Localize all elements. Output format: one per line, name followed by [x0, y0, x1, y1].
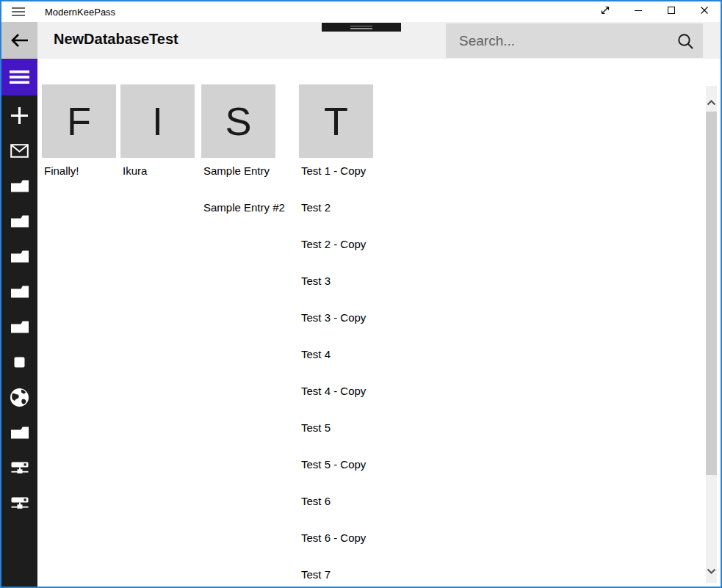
group-tile-I[interactable]: I	[120, 84, 195, 158]
entry-item[interactable]: Sample Entry #2	[203, 201, 285, 214]
maximize-button[interactable]	[654, 1, 687, 22]
sidebar-item-10-server[interactable]	[1, 450, 37, 485]
entry-item[interactable]: Test 2 - Copy	[301, 238, 366, 251]
close-icon	[698, 4, 710, 19]
folder-icon	[10, 285, 29, 298]
folder-icon	[10, 250, 29, 263]
titlebar: ModernKeePass	[1, 1, 721, 22]
window-controls	[588, 1, 721, 22]
server-icon	[11, 497, 29, 509]
minimize-button[interactable]	[621, 1, 654, 22]
entry-item[interactable]: Test 5 - Copy	[301, 458, 366, 471]
sidebar-item-8-globe[interactable]	[1, 380, 37, 415]
diagonal-arrows-icon	[599, 4, 611, 19]
sidebar-item-7-square-tile[interactable]	[1, 344, 37, 380]
scroll-up-button[interactable]	[706, 96, 717, 108]
search-box	[446, 23, 703, 58]
entry-item[interactable]: Test 4 - Copy	[301, 385, 366, 398]
group-letter: S	[225, 101, 251, 141]
entry-item[interactable]: Test 7	[301, 568, 331, 581]
group-letter: I	[152, 101, 163, 141]
minimize-icon	[632, 4, 644, 19]
app-title: ModernKeePass	[45, 7, 115, 18]
entries-panel: FFinally!IIkuraSSample EntrySample Entry…	[37, 59, 721, 587]
entry-item[interactable]: Test 4	[301, 348, 331, 361]
hamburger-icon[interactable]	[11, 7, 26, 17]
scroll-down-button[interactable]	[706, 565, 717, 577]
sidebar-item-6-folder[interactable]	[1, 309, 37, 344]
entry-item[interactable]: Test 3	[301, 275, 331, 288]
sidebar	[1, 59, 37, 587]
sidebar-item-0-plus[interactable]	[1, 98, 37, 133]
entry-item[interactable]: Test 2	[301, 201, 331, 214]
group-tile-S[interactable]: S	[201, 84, 275, 158]
globe-icon	[10, 388, 29, 407]
collapsed-command-bar[interactable]	[322, 23, 401, 32]
sidebar-item-3-folder[interactable]	[1, 203, 37, 239]
sidebar-item-1-mail[interactable]	[1, 133, 37, 168]
maximize-icon	[665, 4, 677, 19]
group-tile-T[interactable]: T	[299, 84, 373, 158]
server-icon	[11, 462, 29, 474]
search-input[interactable]	[446, 23, 703, 58]
fullscreen-button[interactable]	[588, 1, 621, 22]
sidebar-item-9-folder[interactable]	[1, 415, 37, 450]
sidebar-items	[1, 98, 37, 520]
back-button[interactable]	[1, 22, 37, 59]
entry-item[interactable]: Test 6 - Copy	[301, 531, 366, 545]
nav-menu-button[interactable]	[1, 59, 37, 95]
close-button[interactable]	[687, 1, 721, 22]
group-letter: F	[67, 101, 91, 141]
sidebar-item-5-folder[interactable]	[1, 274, 37, 309]
entry-item[interactable]: Finally!	[44, 164, 79, 178]
group-tile-F[interactable]: F	[42, 84, 116, 158]
scrollbar-thumb[interactable]	[706, 112, 717, 475]
page-title: NewDatabaseTest	[54, 31, 178, 48]
app-window: ModernKeePass NewDatabaseTest FFinally!I…	[0, 0, 722, 588]
mail-icon	[10, 144, 29, 158]
entry-item[interactable]: Test 1 - Copy	[301, 164, 366, 178]
search-icon[interactable]	[676, 32, 694, 50]
entry-item[interactable]: Test 6	[301, 495, 331, 508]
folder-icon	[10, 214, 29, 228]
entry-item[interactable]: Test 5	[301, 421, 331, 435]
sidebar-item-4-folder[interactable]	[1, 239, 37, 274]
scrollbar[interactable]	[706, 86, 717, 583]
entry-item[interactable]: Ikura	[123, 164, 147, 178]
entry-item[interactable]: Sample Entry	[203, 164, 270, 178]
folder-icon	[10, 320, 29, 333]
folder-icon	[10, 426, 29, 439]
sidebar-item-2-folder[interactable]	[1, 168, 37, 203]
group-letter: T	[324, 101, 348, 141]
entry-item[interactable]: Test 3 - Copy	[301, 311, 366, 324]
plus-icon	[10, 106, 29, 126]
header: NewDatabaseTest	[1, 22, 721, 59]
square-tile-icon	[14, 357, 25, 368]
sidebar-item-11-server[interactable]	[1, 485, 37, 520]
folder-icon	[10, 179, 29, 192]
